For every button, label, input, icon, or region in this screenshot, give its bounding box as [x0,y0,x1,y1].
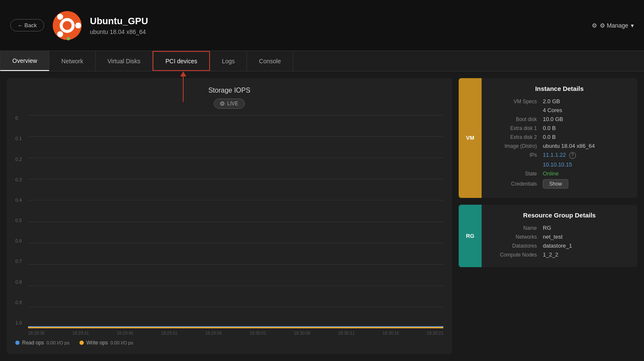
tab-logs[interactable]: Logs [210,51,247,71]
vm-accent-label: VM [459,78,482,198]
grid-lines [28,116,443,328]
networks-value: net_test [543,234,562,240]
detail-row-vm-specs: VM Specs 2.0 GB [490,98,629,104]
manage-button[interactable]: ⚙ ⚙ Manage ▾ [592,22,634,29]
image-value: ubuntu 18.04 x86_64 [543,143,595,149]
svg-point-3 [57,31,63,37]
cores-value: 4 Cores [543,107,562,113]
resource-group-content: Resource Group Details Name RG Networks … [482,205,637,267]
live-dot-icon [220,102,224,106]
state-label: State [490,171,537,177]
write-ops-label: Write ops [86,340,108,346]
detail-row-networks: Networks net_test [490,234,629,240]
credentials-label: Credentials [490,181,537,187]
detail-row-ip1: IPs 11.1.1.22 ? [490,152,629,159]
svg-point-5 [67,37,70,40]
tab-bar: Overview Network Virtual Disks PCI devic… [0,51,644,71]
vm-logo [52,10,82,41]
ip2-value: 10.10.10.15 [543,161,572,168]
main-content: Storage IOPS LIVE 1.0 0.9 0.8 0.7 0.6 0.… [0,71,644,361]
show-credentials-button[interactable]: Show [543,179,568,189]
detail-row-rg-name: Name RG [490,225,629,231]
arrow-head-icon [180,71,186,76]
live-label: LIVE [227,101,238,107]
gear-icon: ⚙ [592,22,597,29]
tab-console[interactable]: Console [247,51,293,71]
detail-row-boot-disk: Boot disk 10.0 GB [490,116,629,122]
y-axis: 1.0 0.9 0.8 0.7 0.6 0.5 0.4 0.3 0.2 0.1 … [15,116,28,336]
resource-group-title: Resource Group Details [490,212,629,219]
instance-details-title: Instance Details [490,85,629,92]
legend-read-ops: Read ops 0.00 I/O ps [15,340,69,346]
chart-legend: Read ops 0.00 I/O ps Write ops 0.00 I/O … [15,340,443,346]
live-toggle[interactable]: LIVE [214,99,244,109]
write-ops-value: 0.00 I/O ps [111,340,133,345]
ips-label: IPs [490,152,537,158]
compute-nodes-value: 1_2_2 [543,251,558,258]
boot-disk-value: 10.0 GB [543,116,563,122]
chart-area: 1.0 0.9 0.8 0.7 0.6 0.5 0.4 0.3 0.2 0.1 … [15,116,443,336]
instance-details-panel: VM Instance Details VM Specs 2.0 GB 4 Co… [459,78,637,198]
instance-details-content: Instance Details VM Specs 2.0 GB 4 Cores… [482,78,637,198]
header: ← Back Ubuntu_GPU ubuntu 18.04 x86_64 ⚙ … [0,0,644,51]
back-button[interactable]: ← Back [10,19,44,31]
arrow-line [183,76,184,102]
manage-label: ⚙ Manage [600,22,628,29]
help-icon[interactable]: ? [569,152,576,159]
detail-row-extra-disk2: Extra disk 2 0.0 B [490,134,629,140]
read-ops-dot-icon [15,341,20,345]
chart-svg [28,116,443,328]
vm-specs-label: VM Specs [490,99,537,104]
compute-nodes-label: Compute Nodes [490,252,537,258]
extra-disk2-value: 0.0 B [543,134,556,140]
boot-disk-label: Boot disk [490,116,537,122]
tab-network[interactable]: Network [49,51,95,71]
extra-disk2-label: Extra disk 2 [490,134,537,140]
state-value: Online [543,170,559,177]
vm-title-section: Ubuntu_GPU ubuntu 18.04 x86_64 [90,16,592,35]
tab-overview[interactable]: Overview [0,51,49,71]
image-label: Image (Distro) [490,143,537,149]
vm-specs-value: 2.0 GB [543,98,560,104]
detail-row-state: State Online [490,170,629,177]
x-axis: 18:29:36 18:29:41 18:29:46 18:29:51 18:2… [28,331,443,336]
vm-name: Ubuntu_GPU [90,16,592,27]
detail-row-cores: 4 Cores [490,107,629,113]
annotation-arrow [180,71,186,102]
detail-row-image: Image (Distro) ubuntu 18.04 x86_64 [490,143,629,149]
rg-name-value: RG [543,225,551,231]
svg-point-4 [57,14,63,20]
ip1-value: 11.1.1.22 ? [543,152,576,159]
tab-virtual-disks[interactable]: Virtual Disks [96,51,153,71]
detail-row-compute-nodes: Compute Nodes 1_2_2 [490,251,629,258]
read-ops-value: 0.00 I/O ps [46,340,69,345]
detail-row-datastores: Datastores datastore_1 [490,243,629,249]
detail-row-credentials: Credentials Show [490,179,629,189]
extra-disk1-value: 0.0 B [543,125,556,131]
chart-body: 18:29:36 18:29:41 18:29:46 18:29:51 18:2… [28,116,443,336]
rg-accent-label: RG [459,205,482,267]
live-badge: LIVE [15,99,443,109]
read-ops-label: Read ops [22,340,44,346]
resource-group-panel: RG Resource Group Details Name RG Networ… [459,205,637,267]
detail-row-extra-disk1: Extra disk 1 0.0 B [490,125,629,131]
rg-name-label: Name [490,225,537,231]
datastores-value: datastore_1 [543,243,572,249]
tab-pci-devices[interactable]: PCI devices [153,51,210,71]
svg-point-2 [75,23,81,28]
chevron-down-icon: ▾ [631,22,634,29]
datastores-label: Datastores [490,243,537,249]
networks-label: Networks [490,234,537,240]
extra-disk1-label: Extra disk 1 [490,125,537,131]
chart-title: Storage IOPS [15,87,443,94]
vm-os: ubuntu 18.04 x86_64 [90,28,592,35]
legend-write-ops: Write ops 0.00 I/O ps [79,340,133,346]
right-panels: VM Instance Details VM Specs 2.0 GB 4 Co… [459,78,637,354]
detail-row-ip2: 10.10.10.15 [490,161,629,168]
chart-panel: Storage IOPS LIVE 1.0 0.9 0.8 0.7 0.6 0.… [7,78,452,354]
write-ops-dot-icon [79,341,84,345]
